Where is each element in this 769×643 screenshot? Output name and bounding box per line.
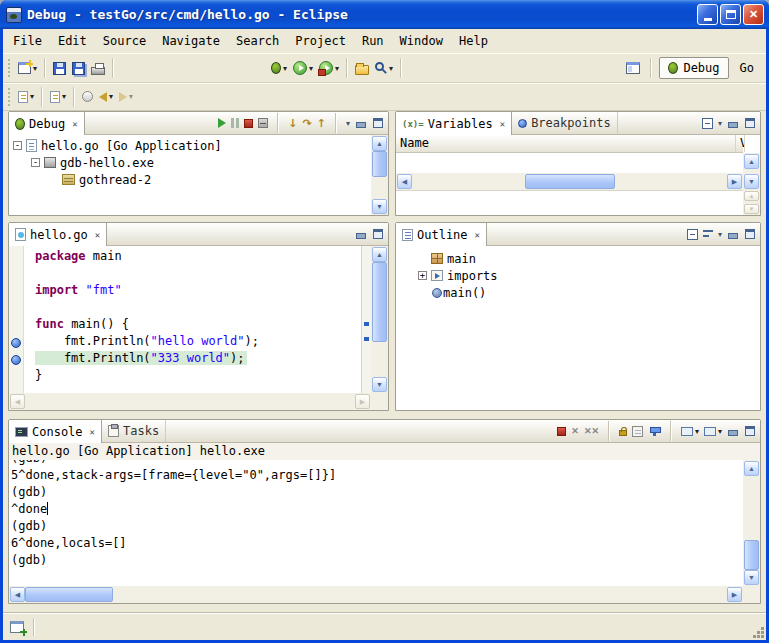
menu-help[interactable]: Help (451, 30, 496, 52)
console-line[interactable]: (gdb) (11, 485, 743, 502)
overview-marker[interactable] (364, 337, 369, 341)
scroll-right-button[interactable]: ▶ (727, 174, 742, 189)
debug-dropdown-button[interactable]: ▾ (268, 57, 290, 79)
scroll-right-button[interactable]: ▶ (355, 394, 370, 409)
dropdown-icon[interactable]: ▾ (129, 92, 133, 101)
code-line[interactable] (35, 266, 361, 283)
tab-console[interactable]: Console ✕ (9, 420, 102, 443)
code-text[interactable]: func main() { (35, 317, 131, 331)
code-line[interactable]: fmt.Println("333 world"); (35, 351, 361, 368)
close-window-button[interactable]: ✕ (743, 4, 764, 25)
scroll-left-button[interactable]: ◀ (397, 174, 412, 189)
new-wizard-button[interactable]: ▾ (15, 57, 40, 79)
overview-marker[interactable] (364, 322, 369, 326)
fast-view-button[interactable] (7, 616, 27, 638)
console-line[interactable]: (gdb) (11, 460, 743, 468)
console-line[interactable]: 6^done,locals=[] (11, 536, 743, 553)
code-text[interactable]: import "fmt" (35, 283, 124, 297)
terminate-button[interactable] (244, 119, 253, 128)
maximize-view-button[interactable] (744, 426, 756, 437)
close-icon[interactable]: ✕ (95, 230, 100, 240)
dropdown-icon[interactable]: ▾ (62, 92, 66, 101)
scroll-down-button[interactable]: ▼ (744, 174, 759, 189)
breakpoint-marker-icon[interactable] (11, 355, 21, 365)
display-selected-console-button[interactable]: ▾ (681, 420, 699, 442)
close-icon[interactable]: ✕ (475, 230, 480, 240)
save-all-button[interactable] (69, 57, 88, 79)
code-line[interactable] (35, 300, 361, 317)
menu-window[interactable]: Window (392, 30, 451, 52)
search-button[interactable]: ▾ (372, 57, 396, 79)
dropdown-icon[interactable]: ▾ (389, 64, 393, 73)
column-value[interactable]: V (736, 135, 745, 152)
resize-grip[interactable] (761, 635, 764, 638)
tab-variables[interactable]: (x)= Variables ✕ (396, 112, 512, 135)
tree-row[interactable]: +imports (414, 267, 760, 284)
view-menu-button[interactable]: ▾ (718, 119, 722, 128)
tree-row[interactable]: gothread-2 (9, 171, 371, 188)
code-text[interactable]: } (35, 368, 44, 382)
remove-launch-button[interactable]: ✕ (571, 427, 579, 436)
minimize-view-button[interactable] (727, 426, 739, 437)
tab-tasks[interactable]: Tasks (102, 420, 166, 442)
variables-vertical-scrollbar[interactable]: ▲ ▼ (743, 153, 760, 190)
console-output[interactable]: (gdb)5^done,stack-args=[frame={level="0"… (9, 460, 743, 586)
scroll-lock-button[interactable] (619, 430, 627, 436)
scroll-down-button[interactable]: ▼ (744, 570, 759, 585)
scroll-thumb[interactable] (372, 151, 387, 177)
remove-all-terminated-button[interactable]: ✕✕ (584, 427, 599, 436)
tab-debug[interactable]: Debug ✕ (9, 112, 85, 135)
scroll-up-button[interactable]: ▲ (744, 191, 759, 201)
external-tools-button[interactable]: ▾ (316, 57, 342, 79)
dropdown-icon[interactable]: ▾ (30, 92, 34, 101)
menu-edit[interactable]: Edit (50, 30, 95, 52)
disconnect-button[interactable] (258, 118, 268, 128)
close-icon[interactable]: ✕ (500, 119, 505, 129)
variables-horizontal-scrollbar[interactable]: ◀ ▶ (396, 173, 743, 190)
minimize-view-button[interactable] (727, 229, 739, 240)
menu-search[interactable]: Search (228, 30, 287, 52)
menu-run[interactable]: Run (354, 30, 392, 52)
gutter-row[interactable] (9, 334, 23, 351)
dropdown-icon[interactable]: ▾ (718, 427, 722, 436)
perspective-debug-button[interactable]: Debug (659, 57, 728, 79)
tree-row[interactable]: main() (414, 284, 760, 301)
tab-hello-go[interactable]: hello.go ✕ (9, 223, 107, 246)
gutter-row[interactable] (9, 249, 23, 266)
titlebar[interactable]: Debug - testGo/src/cmd/hello.go - Eclips… (0, 0, 769, 29)
maximize-window-button[interactable] (720, 4, 741, 25)
pin-console-button[interactable] (653, 427, 656, 436)
code-editor[interactable]: package mainimport "fmt"func main() { fm… (25, 246, 361, 393)
scroll-left-button[interactable]: ◀ (10, 394, 25, 409)
step-return-button[interactable]: ↑ (317, 118, 326, 129)
console-horizontal-scrollbar[interactable]: ◀ ▶ (9, 586, 743, 603)
view-menu-button[interactable]: ▾ (346, 119, 350, 128)
scroll-down-button[interactable]: ▼ (372, 199, 387, 214)
debug-vertical-scrollbar[interactable]: ▲ ▼ (371, 135, 388, 215)
perspective-go-button[interactable]: Go (732, 57, 762, 79)
step-into-button[interactable]: ↓ (288, 118, 297, 129)
gutter-row[interactable] (9, 266, 23, 283)
tree-label[interactable]: gothread-2 (79, 173, 151, 187)
tree-label[interactable]: hello.go [Go Application] (41, 139, 222, 153)
gutter-row[interactable] (9, 368, 23, 385)
expander-minus-icon[interactable]: - (31, 158, 40, 167)
tab-outline[interactable]: Outline ✕ (396, 223, 487, 246)
resume-button[interactable] (218, 118, 226, 128)
dropdown-icon[interactable]: ▾ (33, 64, 37, 73)
tree-label[interactable]: main (447, 252, 476, 266)
current-debug-line[interactable]: fmt.Println("333 world"); (35, 351, 247, 365)
console-line[interactable]: ^done (11, 502, 743, 519)
code-line[interactable]: func main() { (35, 317, 361, 334)
scroll-up-button[interactable]: ▲ (744, 461, 759, 476)
back-button[interactable]: ▾ (96, 86, 116, 108)
code-line[interactable]: fmt.Println("hello world"); (35, 334, 361, 351)
open-console-button[interactable]: ▾ (704, 420, 722, 442)
scroll-thumb[interactable] (744, 540, 759, 570)
gutter-row[interactable] (9, 317, 23, 334)
scroll-thumb[interactable] (25, 587, 113, 602)
gutter-row[interactable] (9, 351, 23, 368)
run-dropdown-button[interactable]: ▾ (290, 57, 316, 79)
dropdown-icon[interactable]: ▾ (283, 64, 287, 73)
console-vertical-scrollbar[interactable]: ▲ ▼ (743, 460, 760, 586)
